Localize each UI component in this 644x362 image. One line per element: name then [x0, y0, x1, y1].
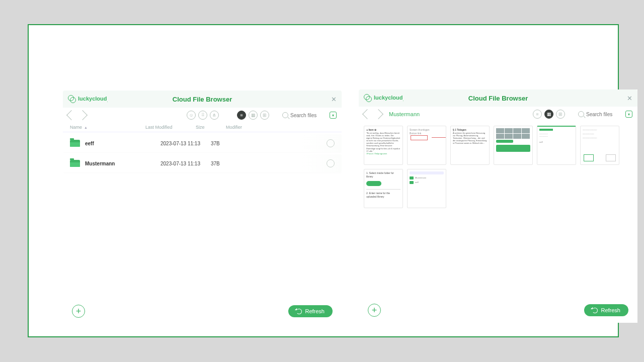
view-list-icon[interactable]: ≡: [533, 110, 542, 119]
thumbnail[interactable]: ────────────────────────────: [580, 126, 619, 165]
panel-title: Cloud File Browser: [359, 95, 637, 102]
file-modified: 2023-07-13 11:13: [160, 161, 211, 166]
panel-title: Cloud File Browser: [63, 96, 342, 103]
file-browser-grid-panel: luckycloud. Cloud File Browser ✕ Musterm…: [359, 89, 637, 323]
thumbnail[interactable]: Mustermanneeff: [407, 169, 446, 208]
modifier-avatar-icon: [327, 139, 335, 147]
table-row[interactable]: eeff 2023-07-13 11:13 37B: [63, 134, 342, 152]
options-dropdown-icon[interactable]: ▾: [625, 111, 632, 118]
nav-forward-icon[interactable]: [373, 109, 383, 119]
sort-icon[interactable]: ▲: [84, 126, 88, 129]
file-size: 37B: [211, 161, 241, 166]
col-size[interactable]: Size: [196, 125, 226, 130]
file-modified: 2023-07-13 11:13: [160, 141, 211, 146]
thumbnail[interactable]: § 1 TelegenA weiteren für gemichene Benu…: [450, 126, 490, 165]
modifier-avatar-icon: [327, 159, 335, 167]
refresh-icon: [592, 308, 598, 313]
thumbnail[interactable]: ────────────eeff: [537, 126, 576, 165]
file-list: eeff 2023-07-13 11:13 37B Mustermann 202…: [63, 132, 342, 298]
thumbnail[interactable]: ● Item ⊕"Es ist wichtig, dass Menschen b…: [364, 126, 403, 165]
file-name: Mustermann: [85, 161, 160, 166]
file-size: 37B: [211, 141, 241, 146]
nav-forward-icon[interactable]: [77, 110, 88, 120]
group-icon[interactable]: ⠿: [198, 111, 207, 120]
file-browser-list-panel: luckycloud. Cloud File Browser ✕ ☺ ⠿ ⋔ ≡…: [63, 90, 342, 324]
view-grid-icon[interactable]: ▦: [249, 111, 258, 120]
options-dropdown-icon[interactable]: ▾: [330, 112, 337, 119]
slide-frame: luckycloud. Cloud File Browser ✕ ☺ ⠿ ⋔ ≡…: [28, 24, 619, 337]
refresh-button[interactable]: Refresh: [288, 305, 333, 317]
view-large-icon[interactable]: ⊞: [556, 110, 565, 119]
refresh-button[interactable]: Refresh: [584, 304, 628, 316]
list-header: Name▲ Last Modified Size Modifier: [63, 123, 342, 132]
folder-icon: [70, 140, 80, 147]
view-list-icon[interactable]: ≡: [237, 111, 246, 120]
search-input[interactable]: [290, 113, 326, 118]
table-row[interactable]: Mustermann 2023-07-13 11:13 37B: [63, 154, 342, 172]
add-button[interactable]: +: [368, 304, 381, 317]
breadcrumb[interactable]: Mustermann: [389, 111, 420, 117]
user-icon[interactable]: ☺: [187, 111, 196, 120]
refresh-label: Refresh: [305, 308, 325, 314]
thumbnail[interactable]: 1. Select inside folder for library2. En…: [364, 169, 403, 208]
view-grid-icon[interactable]: ▦: [544, 110, 553, 119]
toolbar: ☺ ⠿ ⋔ ≡ ▦ ⊞ ▾: [63, 108, 342, 123]
search-icon[interactable]: [578, 111, 584, 117]
thumbnail[interactable]: [494, 126, 533, 165]
refresh-label: Refresh: [601, 307, 620, 313]
share-icon[interactable]: ⋔: [210, 111, 219, 120]
nav-back-icon[interactable]: [362, 109, 372, 119]
panel-header: luckycloud. Cloud File Browser ✕: [63, 90, 342, 108]
close-icon[interactable]: ✕: [331, 96, 337, 103]
toolbar: Mustermann ≡ ▦ ⊞ ▾: [359, 107, 637, 122]
search-input[interactable]: [586, 112, 621, 117]
col-name[interactable]: Name: [70, 125, 82, 130]
nav-back-icon[interactable]: [66, 110, 76, 120]
search-icon[interactable]: [282, 112, 288, 118]
col-modifier[interactable]: Modifier: [226, 125, 335, 130]
folder-icon: [70, 160, 80, 167]
panel-footer: + Refresh: [359, 298, 637, 323]
close-icon[interactable]: ✕: [627, 95, 632, 102]
panel-footer: + Refresh: [63, 299, 342, 324]
file-name: eeff: [85, 141, 160, 146]
col-modified[interactable]: Last Modified: [145, 125, 196, 130]
panel-header: luckycloud. Cloud File Browser ✕: [359, 89, 637, 107]
refresh-icon: [296, 309, 302, 314]
thumbnail-grid: ● Item ⊕"Es ist wichtig, dass Menschen b…: [359, 122, 637, 212]
view-large-icon[interactable]: ⊞: [260, 111, 269, 120]
add-button[interactable]: +: [72, 305, 85, 318]
thumbnail[interactable]: Screen thumbgenButton link: [407, 126, 446, 165]
